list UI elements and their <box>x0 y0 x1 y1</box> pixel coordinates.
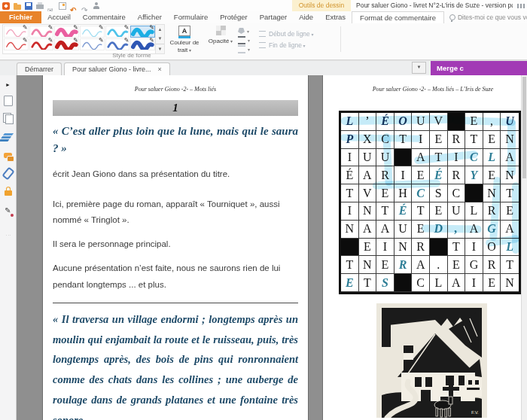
grid-cell: I <box>341 149 359 167</box>
tab-format-de-commentaire[interactable]: Format de commentaire <box>352 11 444 23</box>
shape-style-gallery: ✎✎✎✎✎✎✎✎✎✎✎✎ <box>2 24 157 54</box>
grid-cell: E <box>376 256 394 274</box>
style-swatch[interactable]: ✎ <box>54 38 79 50</box>
grid-cell: N <box>501 274 519 292</box>
window-controls[interactable] <box>517 4 525 8</box>
snapshot-icon[interactable] <box>59 2 66 10</box>
doc-tab[interactable]: Démarrer <box>17 62 62 76</box>
grid-cell: É <box>341 166 359 184</box>
grid-cell: R <box>394 256 413 274</box>
grid-cell <box>465 184 483 202</box>
style-swatch[interactable]: ✎ <box>80 26 105 38</box>
contextual-tab-label: Outils de dessin <box>292 0 351 11</box>
grid-cell <box>394 274 413 292</box>
tab-commentaire[interactable]: Commentaire <box>77 11 132 23</box>
grid-cell: I <box>412 131 430 149</box>
open-icon[interactable] <box>14 5 21 10</box>
mail-icon[interactable] <box>47 2 55 10</box>
gallery-down-icon[interactable]: ▼ <box>156 34 164 43</box>
redo-icon[interactable] <box>81 2 89 10</box>
gallery-up-icon[interactable]: ▲ <box>156 25 164 34</box>
signature-panel-icon[interactable] <box>2 204 14 215</box>
grid-cell: I <box>394 166 413 184</box>
grid-cell: E <box>501 202 519 221</box>
vertical-scrollbar[interactable] <box>521 75 527 420</box>
style-swatch[interactable]: ✎ <box>4 38 29 50</box>
style-swatch[interactable]: ✎ <box>29 26 54 38</box>
style-swatch[interactable]: ✎ <box>130 26 155 38</box>
line-weight-button[interactable]: ▾ <box>238 35 250 44</box>
grid-cell: E <box>341 274 359 292</box>
tab-accueil[interactable]: Accueil <box>41 11 77 23</box>
app-logo[interactable] <box>2 2 10 10</box>
attachments-panel-icon[interactable] <box>2 168 14 178</box>
grid-cell: O <box>394 113 413 131</box>
doc-tab[interactable]: Pour saluer Giono - livre...× <box>64 62 170 76</box>
tab-prot-ger[interactable]: Protéger <box>214 11 253 23</box>
document-canvas[interactable]: Pour saluer Giono -2- – Mots liés 1 « C’… <box>17 75 527 420</box>
grid-cell: I <box>341 202 359 221</box>
grid-cell: É <box>394 202 413 221</box>
body-paragraphs: Ici, première page du roman, apparaît « … <box>53 196 298 294</box>
save-icon[interactable] <box>25 2 32 10</box>
line-end-button[interactable]: Fin de ligne <box>259 39 314 50</box>
grid-cell: L <box>483 149 501 167</box>
style-swatch[interactable]: ✎ <box>54 26 79 38</box>
grid-cell: T <box>412 202 430 221</box>
tab-extras[interactable]: Extras <box>319 11 352 23</box>
grid-cell: A <box>412 149 430 167</box>
grid-cell: U <box>394 221 413 239</box>
tab-formulaire[interactable]: Formulaire <box>168 11 214 23</box>
application-window: Outils de dessin Pour saluer Giono - liv… <box>0 0 527 420</box>
pages-panel-icon[interactable] <box>2 96 14 106</box>
security-panel-icon[interactable] <box>2 186 14 196</box>
grid-cell: T <box>394 131 413 149</box>
grid-cell <box>448 113 466 131</box>
tab-fichier[interactable]: Fichier <box>0 11 41 23</box>
sidebar-grip[interactable]: ⋮ <box>5 233 11 239</box>
opacity-button[interactable]: Opacité <box>203 25 238 45</box>
undo-icon[interactable] <box>70 2 78 10</box>
stroke-color-button[interactable]: A Couleur de trait <box>167 25 202 53</box>
pen-icon: ✎ <box>124 24 129 31</box>
merge-button[interactable]: Merge c <box>431 61 527 76</box>
grid-cell: T <box>341 184 359 202</box>
grid-cell <box>430 239 448 257</box>
bookmarks-panel-icon[interactable] <box>2 114 14 124</box>
style-swatch[interactable]: ✎ <box>80 38 105 50</box>
print-icon[interactable] <box>36 5 44 9</box>
comments-panel-icon[interactable] <box>2 150 14 160</box>
line-begin-button[interactable]: Début de ligne <box>259 28 314 39</box>
close-icon[interactable]: × <box>158 66 162 73</box>
grid-cell: E <box>483 166 501 184</box>
fill-style-button[interactable]: ▾ <box>238 26 250 35</box>
grid-cell: T <box>359 274 377 292</box>
style-swatch[interactable]: ✎ <box>130 38 155 50</box>
grid-cell: E <box>430 202 448 221</box>
style-swatch[interactable]: ✎ <box>105 26 130 38</box>
tab-partager[interactable]: Partager <box>254 11 293 23</box>
line-dash-button[interactable]: ▾ <box>238 44 250 53</box>
grid-cell: R <box>483 256 501 274</box>
grid-cell: A <box>359 166 377 184</box>
paragraph: Aucune présentation n’est faite, nous ne… <box>53 260 298 294</box>
grid-cell: R <box>448 166 466 184</box>
user-menu-icon[interactable] <box>93 2 100 10</box>
style-swatch[interactable]: ✎ <box>29 38 54 50</box>
tell-me-box[interactable]: Dites-moi ce que vous voulez f <box>449 11 527 23</box>
style-swatch[interactable]: ✎ <box>4 26 29 38</box>
main-area: ⋮ Pour saluer Giono -2- – Mots liés 1 « … <box>0 75 527 420</box>
grid-cell: E <box>430 131 448 149</box>
scrollbar-thumb[interactable] <box>522 77 526 178</box>
pdf-page-right: Pour saluer Giono -2- – Mots liés – L’Ir… <box>323 75 527 420</box>
tab-aide[interactable]: Aide <box>293 11 319 23</box>
tab-afficher[interactable]: Afficher <box>132 11 168 23</box>
style-swatch[interactable]: ✎ <box>105 38 130 50</box>
grid-cell: E <box>359 239 377 257</box>
merge-dropdown-button[interactable]: ▼ <box>412 62 426 74</box>
grid-cell: . <box>430 256 448 274</box>
layers-panel-icon[interactable] <box>2 132 14 142</box>
gallery-scroll[interactable]: ▲ ▼ ▼ <box>155 24 165 54</box>
grid-cell: I <box>465 274 483 292</box>
collapse-arrow-icon[interactable] <box>2 78 14 88</box>
